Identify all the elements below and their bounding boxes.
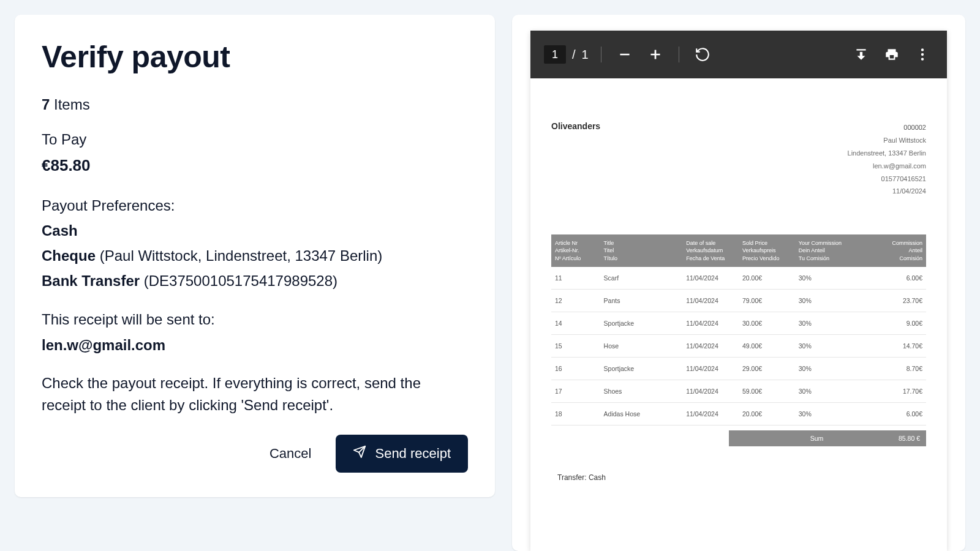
table-cell: 59.00€ [739, 380, 795, 402]
rotate-button[interactable] [692, 43, 714, 66]
table-cell: 12 [551, 289, 600, 312]
col-your-commission: Your CommissionDein AnteilTu Comisión [795, 234, 862, 266]
table-cell: 30% [795, 380, 862, 402]
payout-pref-cheque: Cheque (Paul Wittstock, Lindenstreet, 13… [42, 244, 468, 267]
receipt-table: Article NrArtikel-Nr.Nº Artículo TitleTi… [551, 234, 926, 425]
pdf-viewer: 1 / 1 [530, 31, 947, 551]
table-cell: 14.70€ [862, 334, 926, 357]
zoom-out-button[interactable] [614, 43, 636, 66]
table-cell: 29.00€ [739, 357, 795, 380]
sum-label: Sum [735, 435, 899, 442]
items-count: 7 [42, 96, 50, 113]
doc-name: Paul Wittstock [848, 134, 926, 147]
send-icon [353, 445, 366, 462]
page-number-input[interactable]: 1 [544, 45, 566, 64]
download-button[interactable] [850, 43, 872, 66]
pdf-page: Oliveanders 000002 Paul Wittstock Linden… [530, 78, 947, 551]
table-cell: 49.00€ [739, 334, 795, 357]
table-cell: 6.00€ [862, 267, 926, 290]
col-price: Sold PriceVerkaufspreisPrecio Vendido [739, 234, 795, 266]
table-row: 17Shoes11/04/202459.00€30%17.70€ [551, 380, 926, 402]
table-cell: 30% [795, 334, 862, 357]
toolbar-separator [679, 47, 679, 62]
table-cell: 9.00€ [862, 312, 926, 334]
col-date: Date of saleVerkaufsdatumFecha de Venta [682, 234, 739, 266]
doc-address: Lindenstreet, 13347 Berlin [848, 147, 926, 160]
table-cell: 30% [795, 267, 862, 290]
svg-point-6 [921, 53, 924, 56]
payout-pref-bank: Bank Transfer (DE37500105175417989528) [42, 269, 468, 292]
toolbar-separator [601, 47, 601, 62]
table-cell: Scarf [600, 267, 683, 290]
more-menu-button[interactable] [911, 43, 933, 66]
send-receipt-button[interactable]: Send receipt [336, 435, 468, 473]
payout-pref-bank-detail: (DE37500105175417989528) [140, 272, 337, 289]
action-bar: Cancel Send receipt [42, 435, 468, 473]
sum-row: Sum 85.80 € [551, 430, 926, 446]
col-article: Article NrArtikel-Nr.Nº Artículo [551, 234, 600, 266]
table-cell: 30% [795, 289, 862, 312]
verify-payout-card: Verify payout 7 Items To Pay €85.80 Payo… [15, 15, 495, 497]
table-cell: 6.00€ [862, 402, 926, 425]
table-cell: 23.70€ [862, 289, 926, 312]
table-cell: 11/04/2024 [682, 267, 739, 290]
table-row: 11Scarf11/04/202420.00€30%6.00€ [551, 267, 926, 290]
cancel-button[interactable]: Cancel [265, 438, 316, 469]
table-cell: 11/04/2024 [682, 380, 739, 402]
table-cell: 11/04/2024 [682, 289, 739, 312]
table-cell: 30% [795, 402, 862, 425]
table-row: 14Sportjacke11/04/202430.00€30%9.00€ [551, 312, 926, 334]
doc-brand: Oliveanders [551, 121, 600, 198]
print-button[interactable] [881, 43, 903, 66]
svg-point-7 [921, 58, 924, 60]
table-cell: Adidas Hose [600, 402, 683, 425]
zoom-in-button[interactable] [644, 43, 666, 66]
table-cell: 20.00€ [739, 267, 795, 290]
table-cell: Pants [600, 289, 683, 312]
doc-phone: 015770416521 [848, 173, 926, 186]
table-cell: 15 [551, 334, 600, 357]
receipt-preview-panel: 1 / 1 [512, 15, 965, 551]
sent-to-email: len.w@gmail.com [42, 334, 468, 356]
payout-pref-cheque-label: Cheque [42, 247, 96, 264]
page-total: 1 [582, 48, 589, 62]
table-cell: 18 [551, 402, 600, 425]
table-row: 18Adidas Hose11/04/202420.00€30%6.00€ [551, 402, 926, 425]
table-cell: 79.00€ [739, 289, 795, 312]
items-label: Items [50, 96, 89, 113]
table-cell: Hose [600, 334, 683, 357]
table-cell: 11/04/2024 [682, 312, 739, 334]
instructions-text: Check the payout receipt. If everything … [42, 372, 468, 416]
table-cell: 30% [795, 312, 862, 334]
doc-meta: 000002 Paul Wittstock Lindenstreet, 1334… [848, 121, 926, 198]
page-indicator: 1 / 1 [544, 45, 589, 64]
table-row: 16Sportjacke11/04/202429.00€30%8.70€ [551, 357, 926, 380]
table-cell: 11/04/2024 [682, 357, 739, 380]
table-cell: 30.00€ [739, 312, 795, 334]
doc-email: len.w@gmail.com [848, 160, 926, 173]
send-button-label: Send receipt [375, 446, 451, 462]
sum-value: 85.80 € [899, 435, 920, 442]
table-cell: 16 [551, 357, 600, 380]
table-cell: 11/04/2024 [682, 402, 739, 425]
table-cell: 20.00€ [739, 402, 795, 425]
table-row: 12Pants11/04/202479.00€30%23.70€ [551, 289, 926, 312]
svg-point-5 [921, 48, 924, 51]
table-cell: 30% [795, 357, 862, 380]
col-title: TitleTitelTítulo [600, 234, 683, 266]
pdf-body[interactable]: Oliveanders 000002 Paul Wittstock Linden… [530, 78, 947, 551]
payout-pref-bank-label: Bank Transfer [42, 272, 140, 289]
doc-id: 000002 [848, 121, 926, 134]
page-title: Verify payout [42, 39, 468, 75]
payout-pref-heading: Payout Preferences: [42, 194, 468, 217]
doc-date: 11/04/2024 [848, 185, 926, 198]
table-cell: 17 [551, 380, 600, 402]
to-pay-label: To Pay [42, 128, 468, 151]
table-cell: 11/04/2024 [682, 334, 739, 357]
payout-pref-cheque-detail: (Paul Wittstock, Lindenstreet, 13347 Ber… [96, 247, 382, 264]
table-cell: 14 [551, 312, 600, 334]
table-cell: Sportjacke [600, 357, 683, 380]
table-cell: 17.70€ [862, 380, 926, 402]
table-cell: 11 [551, 267, 600, 290]
col-commission: CommissionAnteilComisión [862, 234, 926, 266]
